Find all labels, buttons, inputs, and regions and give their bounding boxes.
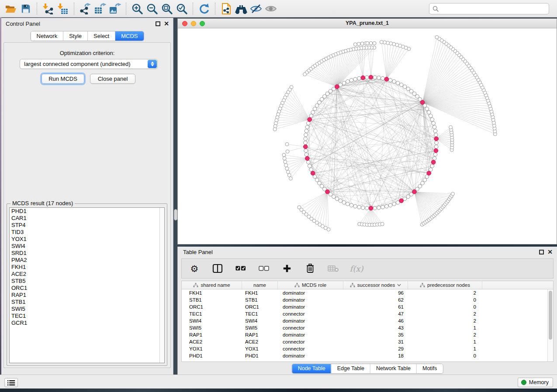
table-cell[interactable]: 0	[408, 296, 482, 303]
table-cell[interactable]: STB1	[182, 296, 242, 303]
network-node[interactable]	[373, 206, 377, 210]
network-node[interactable]	[346, 202, 350, 206]
network-node[interactable]	[429, 114, 433, 118]
mcds-hub-node[interactable]	[308, 117, 312, 122]
network-canvas-svg[interactable]	[178, 28, 557, 244]
mcds-hub-node[interactable]	[361, 76, 365, 80]
network-node[interactable]	[403, 85, 407, 89]
table-row[interactable]: ORC1ORC1dominator610	[182, 303, 553, 310]
leaf-node[interactable]	[282, 153, 286, 157]
table-cell[interactable]: dominator	[278, 317, 343, 324]
network-node[interactable]	[406, 87, 410, 91]
table-cell[interactable]: 2	[408, 317, 482, 324]
network-node[interactable]	[315, 104, 319, 108]
network-node[interactable]	[304, 153, 308, 157]
mcds-hub-node[interactable]	[399, 199, 404, 203]
mcds-result-item[interactable]: ACE2	[10, 271, 164, 278]
select-all-columns-icon[interactable]	[235, 262, 246, 275]
mcds-hub-node[interactable]	[434, 148, 438, 153]
table-cell[interactable]: FKH1	[182, 289, 242, 296]
leaf-node[interactable]	[273, 127, 277, 131]
table-cell[interactable]: SWI4	[242, 317, 278, 324]
network-node[interactable]	[304, 129, 308, 133]
close-panel-icon[interactable]: ✕	[164, 20, 169, 27]
tab-network[interactable]: Network	[31, 31, 63, 41]
table-cell[interactable]: dominator	[278, 289, 343, 296]
network-node[interactable]	[320, 184, 324, 188]
network-node[interactable]	[305, 125, 309, 129]
zoom-in-icon[interactable]	[130, 2, 145, 16]
tab-motifs[interactable]: Motifs	[416, 364, 443, 373]
network-node[interactable]	[432, 157, 436, 161]
table-cell[interactable]: 0	[408, 352, 482, 359]
leaf-node[interactable]	[366, 41, 369, 45]
leaf-node[interactable]	[284, 160, 287, 164]
table-row[interactable]: RAP1RAP1dominator352	[182, 331, 553, 338]
network-node[interactable]	[311, 110, 315, 114]
network-node[interactable]	[396, 81, 400, 85]
table-cell[interactable]: ACE2	[242, 338, 278, 345]
mcds-hub-node[interactable]	[369, 206, 373, 210]
table-cell[interactable]: dominator	[278, 331, 343, 338]
network-node[interactable]	[323, 95, 327, 99]
network-node[interactable]	[335, 197, 339, 201]
export-table-icon[interactable]	[93, 2, 107, 16]
table-cell[interactable]: 2	[408, 289, 482, 296]
table-row[interactable]: SWI5SWI5connector431	[182, 324, 553, 331]
table-cell[interactable]: 1	[408, 324, 482, 331]
import-table-icon[interactable]	[55, 2, 70, 16]
table-cell[interactable]: 31	[343, 338, 408, 345]
network-node[interactable]	[361, 206, 365, 210]
network-node[interactable]	[433, 129, 437, 133]
leaf-node[interactable]	[360, 42, 364, 45]
leaf-node[interactable]	[303, 72, 307, 76]
share-document-icon[interactable]	[219, 2, 234, 16]
leaf-node[interactable]	[373, 41, 376, 45]
table-cell[interactable]: connector	[278, 338, 343, 345]
table-cell[interactable]: SWI5	[242, 324, 278, 331]
network-node[interactable]	[381, 205, 385, 209]
network-node[interactable]	[432, 121, 436, 125]
network-node[interactable]	[415, 95, 419, 99]
table-cell[interactable]: dominator	[278, 303, 343, 310]
table-cell[interactable]: 35	[343, 331, 408, 338]
network-node[interactable]	[357, 76, 361, 80]
leaf-node[interactable]	[285, 142, 289, 146]
table-cell[interactable]: 0	[408, 303, 482, 310]
network-node[interactable]	[432, 125, 436, 129]
save-session-icon[interactable]	[18, 2, 33, 16]
network-node[interactable]	[430, 164, 434, 168]
zoom-fit-icon[interactable]	[159, 2, 174, 16]
table-cell[interactable]: 46	[343, 317, 408, 324]
run-mcds-button[interactable]: Run MCDS	[42, 74, 84, 84]
mcds-result-item[interactable]: YOX1	[10, 236, 164, 243]
table-cell[interactable]: connector	[278, 324, 343, 331]
search-input[interactable]	[439, 4, 549, 14]
network-node[interactable]	[313, 107, 317, 111]
mcds-result-item[interactable]: PHD1	[10, 208, 164, 215]
float-window-icon[interactable]	[156, 21, 160, 26]
network-node[interactable]	[434, 145, 438, 149]
tab-style[interactable]: Style	[63, 31, 87, 41]
mcds-hub-node[interactable]	[434, 137, 439, 141]
apply-layout-refresh-icon[interactable]	[197, 2, 211, 16]
leaf-node[interactable]	[286, 150, 289, 153]
table-cell[interactable]: PHD1	[242, 352, 278, 359]
table-cell[interactable]: TEC1	[242, 310, 278, 317]
network-node[interactable]	[318, 100, 322, 104]
network-node[interactable]	[365, 76, 369, 79]
network-node[interactable]	[346, 79, 350, 83]
mcds-hub-node[interactable]	[369, 75, 373, 79]
table-cell[interactable]: RAP1	[242, 331, 278, 338]
network-node[interactable]	[373, 76, 377, 79]
leaf-node[interactable]	[380, 40, 383, 44]
open-file-icon[interactable]	[3, 2, 18, 16]
mcds-hub-node[interactable]	[311, 171, 315, 175]
network-node[interactable]	[342, 201, 346, 205]
table-cell[interactable]: SWI5	[182, 324, 242, 331]
mcds-hub-node[interactable]	[420, 100, 425, 105]
table-cell[interactable]: connector	[278, 345, 343, 352]
mcds-result-item[interactable]: GCR1	[10, 320, 164, 327]
mcds-hub-node[interactable]	[325, 190, 330, 194]
leaf-node[interactable]	[449, 126, 453, 129]
